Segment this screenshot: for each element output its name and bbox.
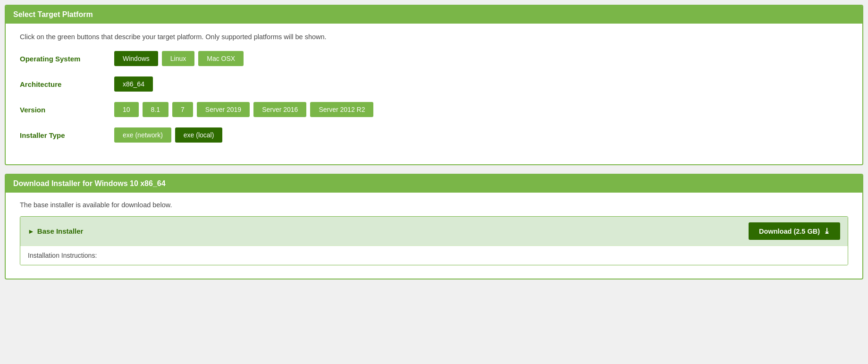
version-label: Version <box>20 106 114 114</box>
download-btn-label: Download (2.5 GB) <box>759 228 820 235</box>
download-title: Download Installer for Windows 10 x86_64 <box>13 179 166 187</box>
ver-server2012r2-button[interactable]: Server 2012 R2 <box>310 102 373 117</box>
ver-10-button[interactable]: 10 <box>114 102 139 117</box>
download-card: Download Installer for Windows 10 x86_64… <box>5 174 863 279</box>
download-arrow-icon: ⤓ <box>824 227 830 236</box>
arch-x86_64-button[interactable]: x86_64 <box>114 76 153 92</box>
installation-instructions: Installation Instructions: <box>20 245 848 265</box>
ver-7-button[interactable]: 7 <box>172 102 193 117</box>
version-btn-group: 10 8.1 7 Server 2019 Server 2016 Server … <box>114 102 373 117</box>
os-windows-button[interactable]: Windows <box>114 51 158 66</box>
arch-btn-group: x86_64 <box>114 76 153 92</box>
select-platform-title: Select Target Platform <box>13 10 93 18</box>
select-platform-body: Click on the green buttons that describe… <box>6 24 862 164</box>
download-button[interactable]: Download (2.5 GB) ⤓ <box>749 222 840 240</box>
select-platform-header: Select Target Platform <box>6 6 862 24</box>
installer-type-row: Installer Type exe (network) exe (local) <box>20 127 848 143</box>
download-body: The base installer is available for down… <box>6 193 862 279</box>
os-label: Operating System <box>20 55 114 63</box>
arch-row: Architecture x86_64 <box>20 76 848 92</box>
installer-title-group: ► Base Installer <box>28 227 83 235</box>
installer-type-btn-group: exe (network) exe (local) <box>114 127 222 143</box>
ver-server2019-button[interactable]: Server 2019 <box>197 102 250 117</box>
inst-local-button[interactable]: exe (local) <box>175 127 223 143</box>
inst-network-button[interactable]: exe (network) <box>114 127 171 143</box>
installation-instructions-label: Installation Instructions: <box>28 252 97 259</box>
ver-81-button[interactable]: 8.1 <box>143 102 169 117</box>
os-row: Operating System Windows Linux Mac OSX <box>20 51 848 66</box>
installer-header: ► Base Installer Download (2.5 GB) ⤓ <box>20 217 848 245</box>
ver-server2016-button[interactable]: Server 2016 <box>253 102 306 117</box>
arch-label: Architecture <box>20 80 114 88</box>
download-header: Download Installer for Windows 10 x86_64 <box>6 175 862 193</box>
select-platform-card: Select Target Platform Click on the gree… <box>5 5 863 165</box>
select-platform-description: Click on the green buttons that describe… <box>20 33 848 41</box>
os-macosx-button[interactable]: Mac OSX <box>198 51 244 66</box>
base-installer-label: Base Installer <box>37 227 84 235</box>
os-btn-group: Windows Linux Mac OSX <box>114 51 244 66</box>
base-installer-section: ► Base Installer Download (2.5 GB) ⤓ Ins… <box>20 216 848 265</box>
version-row: Version 10 8.1 7 Server 2019 Server 2016… <box>20 102 848 117</box>
chevron-right-icon: ► <box>28 228 34 235</box>
download-description: The base installer is available for down… <box>20 201 848 209</box>
installer-type-label: Installer Type <box>20 131 114 139</box>
os-linux-button[interactable]: Linux <box>162 51 194 66</box>
